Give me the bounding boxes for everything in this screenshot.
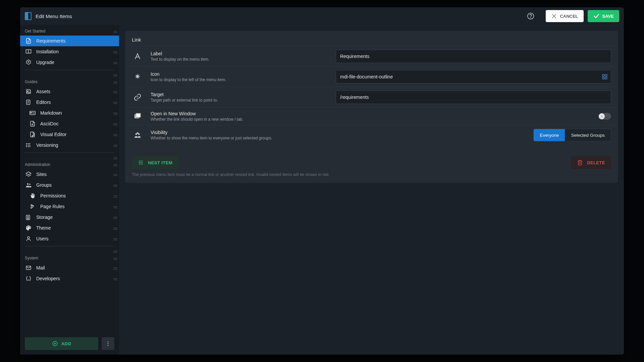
sidebar-item-versioning[interactable]: Versioning <box>20 140 119 150</box>
field-icon: Icon Icon to display to the left of the … <box>125 66 618 87</box>
sidebar-item-label: Assets <box>36 89 110 94</box>
drag-handle-icon[interactable] <box>114 258 114 258</box>
drag-handle-icon[interactable] <box>114 157 114 158</box>
hand-icon <box>29 193 36 199</box>
drag-handle-icon[interactable] <box>114 51 114 52</box>
section-header-administration[interactable]: Administration <box>20 160 119 169</box>
drag-handle-icon[interactable] <box>114 238 114 239</box>
help-icon <box>527 12 534 20</box>
drag-handle-icon[interactable] <box>114 102 114 103</box>
drag-handle-icon[interactable] <box>114 185 114 185</box>
storage-icon <box>25 214 32 220</box>
sidebar-item-installation[interactable]: Installation <box>20 46 119 57</box>
more-options-button[interactable] <box>102 337 114 350</box>
check-icon <box>593 13 600 19</box>
svg-point-21 <box>29 184 31 185</box>
cancel-button[interactable]: CANCEL <box>546 10 583 22</box>
layers-icon <box>25 171 32 177</box>
file-pen-icon <box>29 131 36 137</box>
section-header-system[interactable]: System <box>20 254 119 262</box>
drag-handle-icon[interactable] <box>114 195 114 196</box>
drag-handle-icon[interactable] <box>114 278 114 279</box>
svg-rect-36 <box>602 77 604 79</box>
field-visibility: Visibility Whether to show the menu item… <box>125 125 618 145</box>
page-edit-icon <box>25 99 32 105</box>
sidebar-item-markdown[interactable]: Markdown <box>20 108 119 118</box>
drag-handle-icon[interactable] <box>114 74 114 75</box>
mail-icon <box>25 265 32 271</box>
sidebar-item-page-rules[interactable]: Page Rules <box>20 201 119 212</box>
sidebar-item-theme[interactable]: Theme <box>20 223 119 233</box>
panel-title: Link <box>125 31 618 46</box>
drag-handle-icon[interactable] <box>114 91 114 92</box>
svg-point-33 <box>108 345 109 346</box>
drag-handle-icon[interactable] <box>114 267 114 268</box>
sidebar-item-permissions[interactable]: Permissions <box>20 190 119 201</box>
section-header-guides[interactable]: Guides <box>20 77 119 86</box>
sidebar-item-visual-editor[interactable]: Visual Editor <box>20 129 119 140</box>
section-header-get-started[interactable]: Get Started <box>20 27 119 36</box>
drag-handle-icon[interactable] <box>114 134 114 135</box>
dots-vertical-icon <box>105 341 111 347</box>
visibility-everyone[interactable]: Everyone <box>534 129 565 141</box>
nest-item-button[interactable]: NEST ITEM <box>132 156 178 169</box>
svg-point-16 <box>26 143 27 144</box>
book-open-icon <box>25 49 32 55</box>
sidebar-item-mail[interactable]: Mail <box>20 262 119 273</box>
drag-handle-icon[interactable] <box>114 251 114 251</box>
drag-handle-icon[interactable] <box>114 164 114 165</box>
file-lines-icon <box>29 121 36 127</box>
sidebar-item-sites[interactable]: Sites <box>20 169 119 180</box>
sidebar-item-editors[interactable]: Editors <box>20 97 119 108</box>
add-button[interactable]: ADD <box>25 337 98 350</box>
drag-handle-icon[interactable] <box>114 113 114 113</box>
drag-handle-icon[interactable] <box>114 81 114 82</box>
drag-handle-icon[interactable] <box>114 123 114 124</box>
visibility-selected-groups[interactable]: Selected Groups <box>565 129 611 141</box>
drag-handle-icon[interactable] <box>114 174 114 175</box>
open-new-window-toggle[interactable]: ✕ <box>598 113 611 120</box>
field-open-new-window: Open in New Window Whether the link shou… <box>125 107 618 125</box>
sidebar-item-label: Requirements <box>36 38 110 44</box>
braces-icon <box>25 276 32 282</box>
drag-handle-icon[interactable] <box>114 145 114 145</box>
drag-handle-icon[interactable] <box>114 41 114 41</box>
label-input[interactable] <box>336 50 611 63</box>
plus-circle-icon <box>52 341 58 347</box>
user-icon <box>25 236 32 242</box>
modal-header: Edit Menu Items CANCEL SAVE <box>20 7 624 25</box>
sidebar-item-groups[interactable]: Groups <box>20 180 119 190</box>
target-input[interactable] <box>336 90 611 104</box>
sidebar-item-label: Markdown <box>40 110 110 116</box>
sidebar-item-storage[interactable]: Storage <box>20 212 119 223</box>
icon-input[interactable] <box>336 70 611 83</box>
drag-handle-icon[interactable] <box>114 228 114 228</box>
list-icon <box>25 142 32 148</box>
drag-handle-icon[interactable] <box>114 31 114 32</box>
sidebar-item-label: AsciiDoc <box>40 121 110 126</box>
svg-point-32 <box>108 343 109 344</box>
drag-handle-icon[interactable] <box>114 62 114 63</box>
sidebar-item-assets[interactable]: Assets <box>20 86 119 97</box>
sidebar-item-developers[interactable]: Developers <box>20 273 119 284</box>
svg-point-27 <box>28 280 29 281</box>
sidebar-item-label: Upgrade <box>36 60 110 65</box>
delete-button[interactable]: DELETE <box>571 156 611 169</box>
help-button[interactable] <box>526 11 536 21</box>
icon-picker-button[interactable] <box>602 74 608 80</box>
sidebar-item-requirements[interactable]: Requirements <box>20 36 119 46</box>
sidebar-item-label: Editors <box>36 100 110 105</box>
drag-handle-icon[interactable] <box>114 217 114 218</box>
sidebar-item-users[interactable]: Users <box>20 233 119 244</box>
tools-icon <box>29 203 36 209</box>
sidebar: Get Started Requirements Installation Up… <box>20 25 119 355</box>
save-button[interactable]: SAVE <box>588 10 619 22</box>
grid-icon <box>602 74 608 80</box>
sidebar-item-asciidoc[interactable]: AsciiDoc <box>20 118 119 129</box>
sidebar-item-label: Theme <box>36 225 110 231</box>
divider <box>25 153 114 153</box>
sidebar-item-label: Groups <box>36 182 110 188</box>
app-icon <box>25 12 32 20</box>
sidebar-item-upgrade[interactable]: Upgrade <box>20 57 119 68</box>
drag-handle-icon[interactable] <box>114 206 114 207</box>
